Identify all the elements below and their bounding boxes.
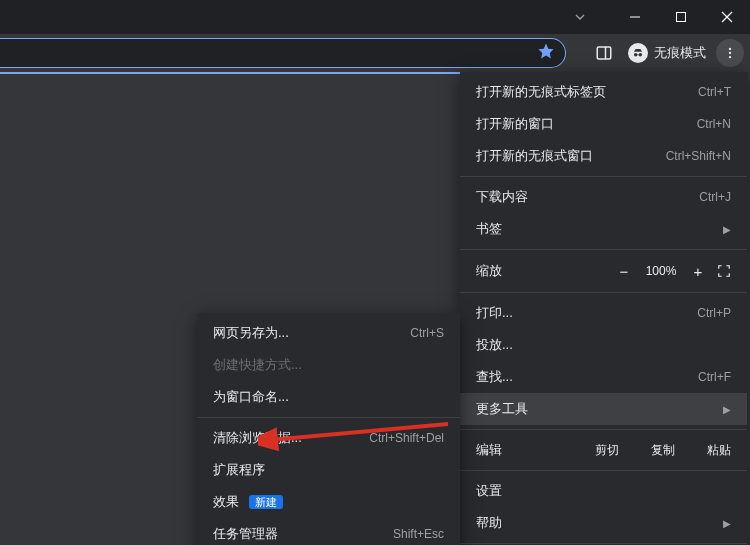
side-panel-icon[interactable] xyxy=(590,39,618,67)
menu-separator xyxy=(460,292,747,293)
menu-separator xyxy=(460,543,747,544)
submenu-arrow-icon: ▶ xyxy=(723,518,731,529)
menu-print[interactable]: 打印...Ctrl+P xyxy=(460,297,747,329)
svg-point-8 xyxy=(639,53,643,57)
more-tools-submenu: 网页另存为...Ctrl+S 创建快捷方式... 为窗口命名... 清除浏览数据… xyxy=(197,313,460,545)
submenu-create-shortcut: 创建快捷方式... xyxy=(197,349,460,381)
submenu-arrow-icon: ▶ xyxy=(723,224,731,235)
address-bar[interactable] xyxy=(0,38,566,68)
chrome-main-menu: 打开新的无痕式标签页Ctrl+T 打开新的窗口Ctrl+N 打开新的无痕式窗口C… xyxy=(460,72,747,545)
incognito-label: 无痕模式 xyxy=(654,44,706,62)
incognito-icon xyxy=(628,43,648,63)
menu-separator xyxy=(460,429,747,430)
menu-downloads[interactable]: 下载内容Ctrl+J xyxy=(460,181,747,213)
browser-toolbar: 无痕模式 xyxy=(0,34,750,72)
svg-marker-4 xyxy=(539,44,554,59)
bookmark-star-icon[interactable] xyxy=(537,42,555,64)
menu-help[interactable]: 帮助▶ xyxy=(460,507,747,539)
menu-more-tools[interactable]: 更多工具▶ xyxy=(460,393,747,425)
zoom-label: 缩放 xyxy=(476,262,611,280)
submenu-name-window[interactable]: 为窗口命名... xyxy=(197,381,460,413)
menu-new-incognito-tab[interactable]: 打开新的无痕式标签页Ctrl+T xyxy=(460,76,747,108)
submenu-extensions[interactable]: 扩展程序 xyxy=(197,454,460,486)
edit-label: 编辑 xyxy=(476,441,579,459)
new-badge: 新建 xyxy=(249,495,283,509)
menu-cast[interactable]: 投放... xyxy=(460,329,747,361)
menu-new-window[interactable]: 打开新的窗口Ctrl+N xyxy=(460,108,747,140)
incognito-indicator: 无痕模式 xyxy=(624,43,710,63)
submenu-performance[interactable]: 效果 新建 xyxy=(197,486,460,518)
menu-settings[interactable]: 设置 xyxy=(460,475,747,507)
window-controls xyxy=(612,0,750,34)
svg-point-10 xyxy=(729,48,731,50)
menu-bookmarks[interactable]: 书签▶ xyxy=(460,213,747,245)
minimize-button[interactable] xyxy=(612,0,658,34)
svg-rect-1 xyxy=(677,13,686,22)
page-focus-border xyxy=(0,72,460,78)
maximize-button[interactable] xyxy=(658,0,704,34)
svg-point-12 xyxy=(729,56,731,58)
svg-rect-5 xyxy=(597,47,611,59)
fullscreen-icon[interactable] xyxy=(711,264,737,278)
svg-point-11 xyxy=(729,52,731,54)
tab-search-chevron-icon[interactable] xyxy=(566,3,594,31)
menu-edit-row: 编辑 剪切 复制 粘贴 xyxy=(460,434,747,466)
zoom-out-button[interactable]: − xyxy=(611,263,637,280)
zoom-value: 100% xyxy=(637,264,685,278)
svg-point-7 xyxy=(634,53,638,57)
paste-button[interactable]: 粘贴 xyxy=(691,434,747,466)
submenu-task-manager[interactable]: 任务管理器Shift+Esc xyxy=(197,518,460,545)
copy-button[interactable]: 复制 xyxy=(635,434,691,466)
menu-separator xyxy=(197,417,460,418)
close-button[interactable] xyxy=(704,0,750,34)
cut-button[interactable]: 剪切 xyxy=(579,434,635,466)
submenu-arrow-icon: ▶ xyxy=(723,404,731,415)
submenu-save-page[interactable]: 网页另存为...Ctrl+S xyxy=(197,317,460,349)
menu-find[interactable]: 查找...Ctrl+F xyxy=(460,361,747,393)
menu-zoom-row: 缩放 − 100% + xyxy=(460,254,747,288)
window-titlebar xyxy=(0,0,750,34)
performance-label: 效果 xyxy=(213,494,239,509)
zoom-in-button[interactable]: + xyxy=(685,263,711,280)
menu-button[interactable] xyxy=(716,39,744,67)
submenu-clear-browsing-data[interactable]: 清除浏览数据...Ctrl+Shift+Del xyxy=(197,422,460,454)
menu-new-incognito-window[interactable]: 打开新的无痕式窗口Ctrl+Shift+N xyxy=(460,140,747,172)
menu-separator xyxy=(460,470,747,471)
menu-separator xyxy=(460,176,747,177)
menu-separator xyxy=(460,249,747,250)
